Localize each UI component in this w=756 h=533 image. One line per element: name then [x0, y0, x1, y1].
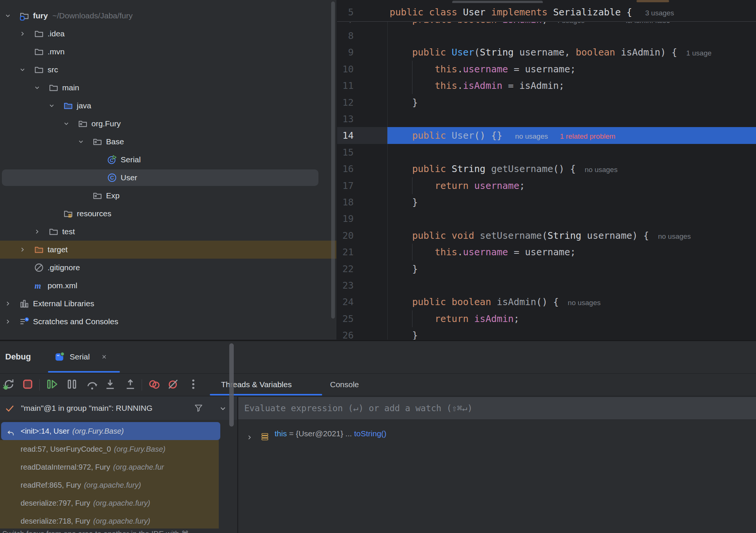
tree-item-label: Exp — [106, 187, 120, 205]
tree-item-label: Scratches and Consoles — [33, 313, 118, 331]
folder-icon — [48, 82, 59, 93]
line-number: 18 — [337, 194, 354, 211]
tree-item-org-fury[interactable]: org.Fury — [0, 115, 336, 133]
stop-button[interactable] — [21, 378, 34, 392]
code-line-7: 7 private boolean isAdmin;4 usagesisAdmi… — [337, 22, 756, 28]
step-out-icon — [124, 377, 137, 392]
chev-down-icon[interactable] — [18, 66, 27, 74]
tree-item-src[interactable]: src — [0, 61, 336, 79]
code-line-10: 10 this.username = username; — [337, 61, 756, 78]
stack-frame[interactable]: deserialize:797, Fury(org.apache.fury) — [0, 494, 225, 512]
class-icon: C — [107, 172, 117, 183]
stack-frame[interactable]: read:57, UserFuryCodec_0(org.Fury.Base) — [0, 440, 225, 458]
tree-item-scratches-and-consoles[interactable]: Scratches and Consoles — [0, 313, 336, 331]
code-editor[interactable]: 89 public User(String username, boolean … — [337, 0, 756, 340]
tree-item--gitignore[interactable]: .gitignore — [0, 259, 336, 277]
step-into-button[interactable] — [103, 378, 117, 392]
svg-text:C: C — [110, 175, 114, 181]
chev-right-icon[interactable] — [4, 317, 12, 326]
package-icon — [78, 118, 88, 129]
tree-item-exp[interactable]: Exp — [0, 187, 336, 205]
step-over-button[interactable] — [85, 378, 99, 392]
tree-item-serial[interactable]: CSerial — [0, 151, 336, 169]
tree-item-base[interactable]: Base — [0, 133, 336, 151]
chev-down-icon[interactable] — [62, 120, 70, 128]
tostring-link[interactable]: toString() — [354, 429, 386, 438]
line-number: 5 — [337, 4, 354, 21]
excluded-folder-icon — [34, 244, 44, 255]
frames-scrollbar[interactable] — [229, 343, 234, 427]
frame-text: read:57, UserFuryCodec_0(org.Fury.Base) — [21, 440, 166, 458]
tree-item-label: resources — [77, 205, 111, 223]
step-out-button[interactable] — [124, 378, 137, 392]
code-text: this.isAdmin = isAdmin; — [390, 77, 565, 94]
tree-item-label: External Libraries — [33, 295, 94, 313]
chev-down-icon[interactable] — [77, 138, 85, 146]
package-icon — [92, 190, 103, 201]
code-line-19: 19 — [337, 210, 756, 227]
frame-text: readRef:865, Fury(org.apache.fury) — [21, 476, 141, 494]
mute-breakpoints-icon — [166, 377, 180, 392]
chevron-right-icon[interactable] — [245, 430, 254, 438]
code-text: public String getUsername() {no usages — [390, 160, 617, 177]
chev-down-icon[interactable] — [48, 102, 56, 110]
view-breakpoints-button[interactable] — [148, 378, 161, 392]
chev-right-icon[interactable] — [18, 30, 27, 38]
return-arrow-icon — [6, 427, 15, 436]
ignored-file-icon — [34, 262, 44, 273]
stack-frame[interactable]: readDataInternal:972, Fury(org.apache.fu… — [0, 458, 225, 476]
stack-frame[interactable]: <init>:14, User(org.Fury.Base) — [0, 422, 225, 440]
code-text: } — [390, 327, 418, 340]
tree-item-resources[interactable]: resources — [0, 205, 336, 223]
stack-frames-list: <init>:14, User(org.Fury.Base)read:57, U… — [0, 422, 237, 533]
rerun-debug-button[interactable] — [2, 378, 16, 392]
runnable-class-icon: C — [107, 154, 117, 165]
debug-panel-title: Debug — [5, 341, 31, 373]
resume-icon — [45, 377, 58, 392]
tree-item-label: pom.xml — [48, 277, 77, 295]
stack-frame[interactable]: readRef:865, Fury(org.apache.fury) — [0, 476, 225, 494]
run-tab-serial[interactable]: Serial — [48, 341, 121, 373]
tree-item-target[interactable]: target — [0, 241, 336, 259]
tree-item-fury[interactable]: fury~/Downloads/Jaba/fury — [0, 7, 336, 25]
chev-down-icon[interactable] — [33, 84, 41, 92]
splitter[interactable] — [237, 397, 238, 533]
tree-item-test[interactable]: test — [0, 223, 336, 241]
line-number: 13 — [337, 111, 354, 127]
tree-item--mvn[interactable]: .mvn — [0, 43, 336, 61]
chev-right-icon[interactable] — [18, 246, 27, 254]
frame-package: (org.apache.fury) — [93, 517, 150, 525]
more-options-button[interactable] — [187, 378, 200, 392]
resume-button[interactable] — [45, 378, 58, 392]
chev-right-icon[interactable] — [33, 228, 41, 236]
tree-item-external-libraries[interactable]: External Libraries — [0, 295, 336, 313]
chev-down-icon[interactable] — [4, 12, 12, 20]
pause-button[interactable] — [65, 378, 79, 392]
line-number: 15 — [337, 144, 354, 161]
project-tree-scrollbar[interactable] — [331, 1, 335, 319]
tree-item-java[interactable]: java — [0, 97, 336, 115]
folder-icon — [34, 46, 44, 57]
line-number: 7 — [337, 22, 354, 28]
evaluate-expression-input[interactable]: Evaluate expression (↵) or add a watch (… — [238, 397, 756, 420]
tree-item-user[interactable]: CUser — [0, 169, 336, 187]
stack-frame[interactable]: deserialize:718, Fury(org.apache.fury) — [0, 512, 225, 530]
tab-console[interactable]: Console — [330, 374, 359, 395]
chevron-down-icon[interactable] — [218, 404, 228, 413]
resources-folder-icon — [63, 208, 73, 219]
line-number: 11 — [337, 77, 354, 94]
code-text: public boolean isAdmin() {no usages — [390, 293, 601, 310]
tree-item--idea[interactable]: .idea — [0, 25, 336, 43]
package-icon — [92, 136, 103, 147]
close-icon[interactable] — [100, 353, 108, 361]
tree-item-pom-xml[interactable]: mpom.xml — [0, 277, 336, 295]
divider — [0, 396, 756, 396]
mute-breakpoints-button[interactable] — [166, 378, 180, 392]
filter-icon[interactable] — [193, 403, 204, 413]
run-configuration-icon — [55, 352, 64, 362]
code-line-15: 15 — [337, 144, 756, 161]
thread-selector[interactable]: "main"@1 in group "main": RUNNING — [0, 397, 237, 420]
divider — [0, 373, 756, 374]
tree-item-main[interactable]: main — [0, 79, 336, 97]
chev-right-icon[interactable] — [4, 299, 12, 308]
